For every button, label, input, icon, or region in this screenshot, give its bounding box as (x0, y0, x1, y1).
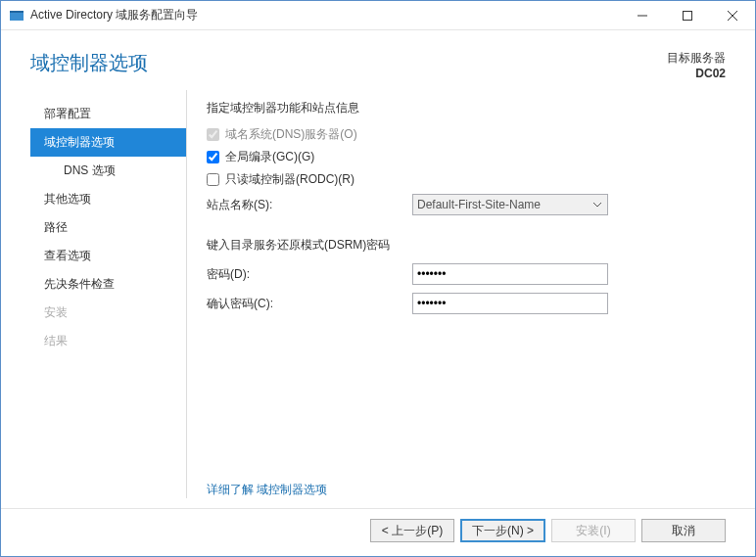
confirm-password-row: 确认密码(C): (207, 293, 726, 314)
nav-results: 结果 (30, 327, 186, 355)
svg-rect-1 (10, 11, 24, 13)
more-info-link[interactable]: 域控制器选项 (257, 483, 327, 496)
section-caps-label: 指定域控制器功能和站点信息 (207, 100, 726, 116)
password-label: 密码(D): (207, 266, 412, 283)
more-info-prefix: 详细了解 (207, 483, 257, 496)
minimize-button[interactable] (620, 1, 665, 30)
gc-checkbox-row: 全局编录(GC)(G) (207, 149, 726, 165)
nav-paths[interactable]: 路径 (30, 213, 186, 242)
app-icon (9, 8, 24, 23)
nav-prereq[interactable]: 先决条件检查 (30, 270, 186, 299)
nav-install: 安装 (30, 299, 186, 327)
page-title: 域控制器选项 (30, 50, 148, 76)
nav-deploy-config[interactable]: 部署配置 (30, 100, 186, 128)
wizard-window: Active Directory 域服务配置向导 域控制器选项 目标服务器 DC… (0, 0, 756, 557)
window-title: Active Directory 域服务配置向导 (30, 7, 620, 23)
install-button: 安装(I) (551, 519, 636, 542)
site-name-label: 站点名称(S): (207, 197, 412, 213)
body: 部署配置 域控制器选项 DNS 选项 其他选项 路径 查看选项 先决条件检查 安… (1, 90, 755, 508)
cancel-button[interactable]: 取消 (641, 519, 726, 542)
close-button[interactable] (710, 1, 755, 30)
gc-checkbox-label: 全局编录(GC)(G) (225, 149, 314, 165)
section-dsrm-label: 键入目录服务还原模式(DSRM)密码 (207, 237, 726, 254)
prev-button[interactable]: < 上一步(P) (370, 519, 454, 542)
password-input[interactable] (412, 263, 608, 285)
gc-checkbox[interactable] (207, 151, 219, 163)
window-controls (620, 1, 755, 30)
confirm-password-input[interactable] (412, 293, 608, 314)
password-row: 密码(D): (207, 263, 726, 285)
nav-other-options[interactable]: 其他选项 (30, 185, 186, 213)
footer-buttons: < 上一步(P) 下一步(N) > 安装(I) 取消 (1, 508, 755, 556)
maximize-button[interactable] (665, 1, 710, 30)
nav-dc-options[interactable]: 域控制器选项 (30, 128, 186, 157)
dns-checkbox (207, 128, 219, 141)
rodc-checkbox-row: 只读域控制器(RODC)(R) (207, 171, 726, 188)
svg-rect-3 (684, 11, 692, 20)
dns-checkbox-label: 域名系统(DNS)服务器(O) (225, 126, 357, 143)
header: 域控制器选项 目标服务器 DC02 (1, 30, 755, 90)
confirm-password-label: 确认密码(C): (207, 296, 412, 312)
content-area: 域控制器选项 目标服务器 DC02 部署配置 域控制器选项 DNS 选项 其他选… (1, 30, 755, 556)
next-button[interactable]: 下一步(N) > (460, 519, 545, 542)
nav-sidebar: 部署配置 域控制器选项 DNS 选项 其他选项 路径 查看选项 先决条件检查 安… (30, 90, 187, 498)
dns-checkbox-row: 域名系统(DNS)服务器(O) (207, 126, 726, 143)
site-name-select[interactable]: Default-First-Site-Name (412, 194, 608, 215)
site-name-row: 站点名称(S): Default-First-Site-Name (207, 194, 726, 215)
nav-dns-options[interactable]: DNS 选项 (30, 157, 186, 185)
target-server-label: 目标服务器 (667, 50, 726, 67)
more-info: 详细了解 域控制器选项 (207, 482, 726, 498)
rodc-checkbox-label: 只读域控制器(RODC)(R) (225, 171, 354, 188)
rodc-checkbox[interactable] (207, 173, 219, 186)
target-server-box: 目标服务器 DC02 (667, 50, 726, 80)
main-panel: 指定域控制器功能和站点信息 域名系统(DNS)服务器(O) 全局编录(GC)(G… (187, 90, 726, 498)
nav-review[interactable]: 查看选项 (30, 242, 186, 270)
target-server-value: DC02 (667, 67, 726, 80)
titlebar: Active Directory 域服务配置向导 (1, 1, 755, 30)
